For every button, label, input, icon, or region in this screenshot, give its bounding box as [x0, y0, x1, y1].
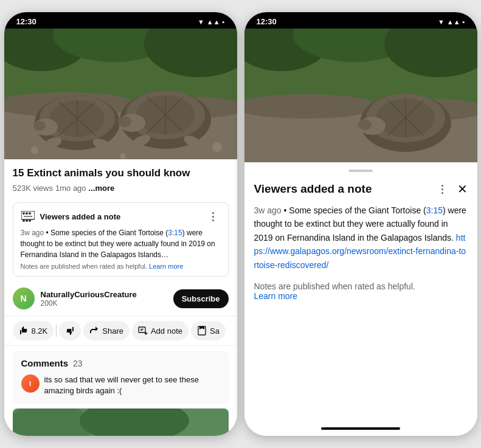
- add-note-button[interactable]: Add note: [132, 321, 189, 340]
- svg-point-28: [212, 142, 222, 152]
- comments-header: Comments 23: [21, 358, 220, 368]
- home-indicator: [321, 427, 400, 430]
- phone-left: 12:30 ▼ ▲▲ ▪: [4, 12, 237, 436]
- save-icon: [197, 326, 207, 336]
- expanded-note-title: Viewers added a note: [254, 182, 372, 196]
- note-card: Viewers added a note 3w ago • Some speci…: [13, 202, 229, 277]
- save-label: Sa: [210, 326, 220, 336]
- note-card-header: Viewers added a note: [21, 209, 221, 224]
- svg-point-32: [26, 212, 28, 215]
- note-card-title: Viewers added a note: [40, 212, 121, 221]
- turtle-image-right: [244, 29, 477, 162]
- note-timestamp-link[interactable]: 3:15: [168, 229, 182, 237]
- share-button[interactable]: Share: [83, 321, 130, 340]
- like-count: 8.2K: [32, 326, 48, 336]
- note-published-text: Notes are published when rated as helpfu…: [21, 263, 221, 270]
- learn-more-link-small[interactable]: Learn more: [149, 263, 183, 270]
- phone-right: 12:30 ▼ ▲▲ ▪: [244, 12, 477, 436]
- expanded-published-text: Notes are published when rated as helpfu…: [254, 281, 468, 301]
- thumbs-down-icon: [65, 326, 75, 336]
- expanded-learn-more-link[interactable]: Learn more: [254, 291, 298, 301]
- like-button[interactable]: 8.2K: [13, 321, 54, 340]
- dislike-button[interactable]: [59, 321, 81, 340]
- phone-content-left: 15 Extinct animals you should know 523K …: [4, 29, 237, 436]
- status-bar-left: 12:30 ▼ ▲▲ ▪: [4, 12, 237, 29]
- expanded-note-body: 3w ago • Some species of the Giant Torto…: [244, 204, 477, 301]
- sheet-handle: [348, 170, 373, 172]
- channel-info: NaturallyCuriousCreature 200K: [41, 290, 167, 308]
- signal-icon: ▲▲: [207, 18, 220, 26]
- video-views: 523K views: [13, 184, 53, 193]
- svg-rect-30: [21, 211, 35, 219]
- comments-count: 23: [73, 359, 83, 368]
- svg-point-24: [118, 116, 131, 127]
- wifi-icon: ▼: [198, 18, 204, 26]
- video-meta: 523K views 1mo ago ...more: [13, 184, 229, 193]
- channel-subs: 200K: [41, 299, 167, 308]
- status-bar-right: 12:30 ▼ ▲▲ ▪: [244, 12, 477, 29]
- comments-section: Comments 23 I its so sad that we will ne…: [13, 351, 229, 404]
- comment-avatar: I: [21, 374, 40, 393]
- note-card-body: 3w ago • Some species of the Giant Torto…: [21, 227, 221, 260]
- time-right: 12:30: [257, 17, 277, 26]
- note-menu-button[interactable]: [206, 209, 221, 224]
- time-left: 12:30: [16, 17, 36, 26]
- action-divider: [56, 325, 57, 337]
- svg-point-36: [26, 219, 28, 222]
- share-label: Share: [102, 326, 123, 336]
- save-button[interactable]: Sa: [191, 321, 226, 340]
- svg-point-27: [31, 146, 38, 154]
- comment-text: its so sad that we will never get to see…: [44, 374, 220, 396]
- expanded-note-actions: ✕: [435, 182, 468, 196]
- action-bar: 8.2K Share: [4, 315, 237, 346]
- battery-icon: ▪: [223, 18, 225, 26]
- channel-row: N NaturallyCuriousCreature 200K Subscrib…: [4, 281, 237, 315]
- svg-point-29: [120, 153, 126, 159]
- wifi-icon-right: ▼: [438, 18, 445, 26]
- close-button[interactable]: ✕: [457, 182, 468, 196]
- turtle-image-left: [4, 29, 237, 159]
- svg-point-35: [22, 219, 25, 222]
- video-age: 1mo ago: [55, 184, 86, 193]
- comments-title: Comments: [21, 358, 69, 368]
- status-icons-right: ▼ ▲▲ ▪: [438, 18, 465, 26]
- thumbs-up-icon: [19, 326, 29, 336]
- svg-point-31: [22, 212, 25, 215]
- svg-point-63: [358, 119, 372, 130]
- svg-rect-38: [139, 327, 145, 333]
- svg-point-33: [29, 212, 31, 215]
- expanded-timestamp-link[interactable]: 3:15: [426, 205, 443, 215]
- expanded-timestamp: 3w ago: [254, 205, 282, 215]
- bottom-thumbnail: [13, 408, 229, 436]
- comment-row: I its so sad that we will never get to s…: [21, 374, 220, 396]
- note-card-title-row: Viewers added a note: [21, 209, 121, 224]
- viewers-note-icon: [21, 209, 35, 224]
- add-note-icon: [138, 326, 148, 336]
- note-timestamp: 3w ago: [21, 229, 44, 237]
- expanded-note-sheet: Viewers added a note ✕ 3w ago • Some spe…: [244, 162, 477, 436]
- svg-point-37: [29, 219, 31, 222]
- channel-avatar: N: [13, 288, 35, 309]
- expanded-note-header: Viewers added a note ✕: [244, 177, 477, 204]
- share-icon: [89, 326, 99, 336]
- status-icons-left: ▼ ▲▲ ▪: [198, 18, 225, 26]
- channel-name[interactable]: NaturallyCuriousCreature: [41, 290, 167, 299]
- svg-point-46: [80, 408, 189, 436]
- signal-icon-right: ▲▲: [447, 18, 460, 26]
- video-info: 15 Extinct animals you should know 523K …: [4, 159, 237, 198]
- add-note-label: Add note: [151, 326, 182, 336]
- battery-icon-right: ▪: [463, 18, 465, 26]
- subscribe-button[interactable]: Subscribe: [173, 289, 229, 308]
- video-title: 15 Extinct animals you should know: [13, 167, 229, 180]
- expanded-note-text: 3w ago • Some species of the Giant Torto…: [254, 204, 468, 272]
- svg-point-14: [33, 121, 46, 131]
- more-button[interactable]: ...more: [89, 184, 115, 193]
- expanded-note-menu-button[interactable]: [435, 182, 450, 196]
